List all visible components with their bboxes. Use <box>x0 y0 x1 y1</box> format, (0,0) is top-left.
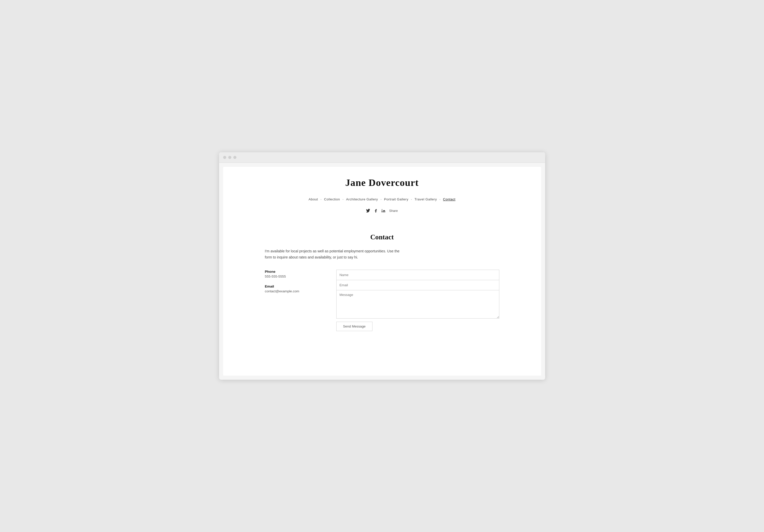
twitter-icon <box>366 209 370 213</box>
nav-sep-3: • <box>381 198 382 201</box>
contact-title: Contact <box>265 233 499 241</box>
site-title: Jane Dovercourt <box>265 177 499 188</box>
nav-about[interactable]: About <box>308 197 318 201</box>
browser-dot-yellow <box>228 156 231 159</box>
phone-label: Phone <box>265 270 321 273</box>
nav-sep-5: • <box>440 198 441 201</box>
contact-description: I'm available for local projects as well… <box>265 248 408 261</box>
nav-collection[interactable]: Collection <box>324 197 340 201</box>
nav-sep-1: • <box>320 198 321 201</box>
nav-travel-gallery[interactable]: Travel Gallery <box>415 197 437 201</box>
browser-dot-green <box>233 156 236 159</box>
email-label: Email <box>265 284 321 288</box>
email-value: contact@example.com <box>265 289 321 293</box>
browser-dot-red <box>223 156 226 159</box>
twitter-link[interactable] <box>366 208 370 213</box>
email-input[interactable] <box>336 280 499 290</box>
linkedin-icon <box>381 209 385 213</box>
facebook-icon <box>374 209 378 213</box>
linkedin-link[interactable] <box>381 208 385 213</box>
browser-content: Jane Dovercourt About • Collection • Arc… <box>223 167 541 376</box>
nav-sep-4: • <box>411 198 412 201</box>
site-wrapper: Jane Dovercourt About • Collection • Arc… <box>260 167 504 346</box>
nav-contact[interactable]: Contact <box>443 197 456 201</box>
social-row: Share <box>265 208 499 213</box>
phone-value: 555-555-5555 <box>265 274 321 278</box>
nav-sep-2: • <box>343 198 344 201</box>
email-link[interactable]: contact@example.com <box>265 289 299 293</box>
site-nav: About • Collection • Architecture Galler… <box>265 197 499 201</box>
share-label: Share <box>389 209 398 213</box>
contact-form: Send Message <box>336 270 499 331</box>
name-input[interactable] <box>336 270 499 280</box>
contact-section: Contact I'm available for local projects… <box>265 228 499 331</box>
message-input[interactable] <box>336 290 499 318</box>
nav-architecture-gallery[interactable]: Architecture Gallery <box>346 197 378 201</box>
browser-chrome <box>219 152 545 163</box>
nav-portrait-gallery[interactable]: Portrait Gallery <box>384 197 408 201</box>
contact-info: Phone 555-555-5555 Email contact@example… <box>265 270 321 299</box>
browser-window: Jane Dovercourt About • Collection • Arc… <box>219 152 545 380</box>
form-fields-container <box>336 270 499 319</box>
facebook-link[interactable] <box>374 208 378 213</box>
send-message-button[interactable]: Send Message <box>336 322 373 331</box>
contact-body: Phone 555-555-5555 Email contact@example… <box>265 270 499 331</box>
svg-point-0 <box>382 209 383 210</box>
